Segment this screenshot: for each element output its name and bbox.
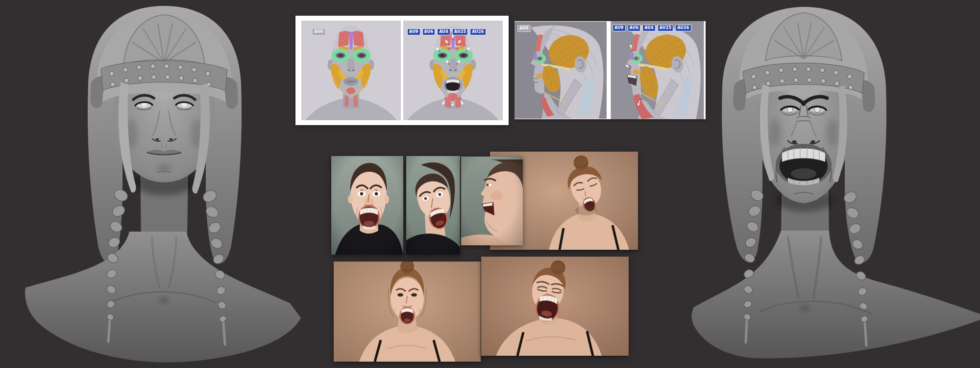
anatomy-front-scream-illustration: [403, 21, 503, 120]
chest: [692, 231, 980, 358]
anatomy-front-reference: AU0: [295, 16, 509, 125]
neutral-sculpt-render: [0, 0, 304, 368]
scream-front-photo-illustration: [331, 156, 403, 255]
scream-head-lowered-photo-illustration: [334, 262, 481, 362]
reference-photo-scream-three-quarter: [406, 156, 460, 255]
anatomy-side-scream-illustration: [609, 21, 706, 119]
au-badge: AU4: [642, 25, 656, 31]
au-badge-row-neutral: AU0: [517, 25, 531, 32]
au-badge: AU26: [470, 28, 486, 35]
au-badge: AU0: [312, 28, 325, 35]
reference-photo-scream-front: [331, 156, 403, 255]
scream-sculpt-render: [676, 0, 980, 368]
anatomy-front-scream-panel: AU9 AU6 AU4 AU25 AU26: [403, 21, 503, 120]
chest: [25, 232, 301, 362]
scream-three-quarter-photo-illustration: [406, 156, 460, 255]
reference-photo-scream-profile: [461, 157, 523, 245]
au-badge: AU6: [628, 25, 641, 31]
au-badge: AU0: [517, 25, 531, 32]
au-badge: AU6: [422, 28, 436, 35]
au-badge: AU9: [407, 28, 420, 35]
anatomy-side-neutral-illustration: [514, 21, 607, 119]
au-badge: AU9: [612, 25, 626, 31]
au-badge: AU26: [675, 25, 691, 31]
au-badge: AU25: [658, 25, 673, 31]
au-badge-row-neutral: AU0: [312, 28, 325, 35]
reference-photo-scream-head-lowered: [334, 262, 481, 362]
scream-profile-photo-illustration: [461, 157, 523, 245]
anatomy-front-neutral-illustration: [301, 21, 401, 120]
au-badge: AU4: [437, 28, 450, 35]
anatomy-front-neutral-panel: AU0: [301, 21, 401, 120]
au-badge-row-scream: AU9 AU6 AU4 AU25 AU26: [407, 28, 486, 35]
reference-photo-scream-eyes-shut: [481, 257, 629, 356]
anatomy-side-reference: AU0: [514, 21, 706, 119]
scream-eyes-shut-photo-illustration: [481, 257, 629, 356]
anatomy-side-scream-panel: AU9 AU6 AU4 AU25 AU26: [609, 21, 706, 119]
anatomy-side-neutral-panel: AU0: [514, 21, 607, 119]
au-badge-row-scream: AU9 AU6 AU4 AU25 AU26: [612, 25, 691, 31]
reference-board: AU0: [0, 0, 980, 368]
au-badge: AU25: [452, 28, 468, 35]
